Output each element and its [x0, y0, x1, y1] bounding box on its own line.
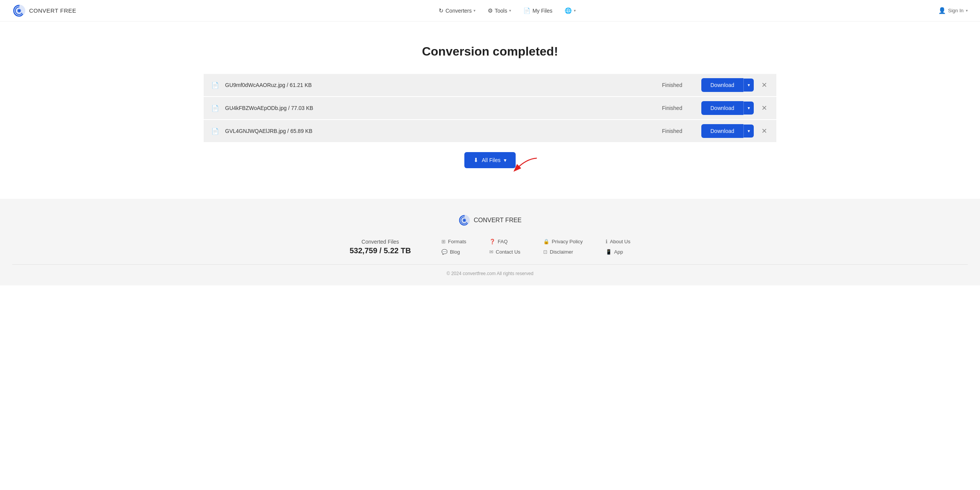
all-files-button[interactable]: ⬇ All Files ▾: [464, 152, 515, 168]
footer-link-contact-label: Contact Us: [496, 249, 520, 255]
nav-my-files[interactable]: 📄 My Files: [523, 7, 552, 14]
main-content: Conversion completed! 📄 GU9mf0dWcAAORuz.…: [191, 21, 789, 199]
footer-link-about-label: About Us: [610, 239, 630, 244]
red-arrow-icon: [513, 155, 540, 174]
download-button[interactable]: Download: [701, 101, 743, 115]
file-name: GU9mf0dWcAAORuz.jpg / 61.21 KB: [225, 82, 643, 88]
close-button[interactable]: ✕: [760, 80, 769, 90]
app-icon: 📱: [606, 249, 612, 255]
download-button[interactable]: Download: [701, 78, 743, 92]
all-files-container: ⬇ All Files ▾: [204, 152, 776, 168]
copyright-text: © 2024 convertfree.com All rights reserv…: [447, 271, 534, 276]
footer-link-col-4: ℹ About Us 📱 App: [606, 239, 630, 255]
file-icon: 📄: [211, 82, 219, 89]
conversion-title: Conversion completed!: [204, 44, 776, 59]
footer-link-col-2: ❓ FAQ ✉ Contact Us: [489, 239, 520, 255]
svg-point-6: [464, 220, 465, 221]
chevron-down-icon: ▾: [474, 8, 475, 13]
file-actions: Download ▾ ✕: [701, 124, 769, 138]
footer-columns: Converted Files 532,759 / 5.22 TB ⊞ Form…: [12, 239, 968, 255]
all-files-label: All Files: [482, 157, 500, 163]
footer-link-formats-label: Formats: [448, 239, 466, 244]
footer-link-blog-label: Blog: [450, 249, 460, 255]
footer-logo: CONVERT FREE: [12, 214, 968, 226]
user-menu[interactable]: 👤 Sign In ▾: [938, 7, 968, 14]
file-status: Finished: [649, 105, 695, 111]
footer-stats: Converted Files 532,759 / 5.22 TB: [350, 239, 411, 255]
file-actions: Download ▾ ✕: [701, 101, 769, 115]
footer-link-about[interactable]: ℹ About Us: [606, 239, 630, 244]
table-row: 📄 GVL4GNJWQAElJRB.jpg / 65.89 KB Finishe…: [204, 120, 776, 143]
files-icon: 📄: [523, 7, 531, 14]
nav-tools-label: Tools: [495, 8, 507, 14]
footer-stats-value: 532,759 / 5.22 TB: [350, 246, 411, 255]
svg-point-2: [18, 10, 20, 11]
footer-link-app[interactable]: 📱 App: [606, 249, 630, 255]
file-name: GVL4GNJWQAElJRB.jpg / 65.89 KB: [225, 128, 643, 134]
formats-icon: ⊞: [441, 239, 446, 244]
footer-link-privacy[interactable]: 🔒 Privacy Policy: [543, 239, 583, 244]
close-button[interactable]: ✕: [760, 126, 769, 136]
user-label: Sign In: [948, 8, 964, 13]
footer-link-privacy-label: Privacy Policy: [552, 239, 583, 244]
download-chevron-button[interactable]: ▾: [743, 125, 754, 138]
file-list: 📄 GU9mf0dWcAAORuz.jpg / 61.21 KB Finishe…: [204, 74, 776, 143]
logo[interactable]: CONVERT FREE: [12, 4, 76, 18]
download-all-icon: ⬇: [474, 157, 479, 164]
footer: CONVERT FREE Converted Files 532,759 / 5…: [0, 199, 980, 285]
footer-link-formats[interactable]: ⊞ Formats: [441, 239, 466, 244]
footer-link-disclaimer[interactable]: ⊡ Disclaimer: [543, 249, 583, 255]
faq-icon: ❓: [489, 239, 495, 244]
footer-link-col-3: 🔒 Privacy Policy ⊡ Disclaimer: [543, 239, 583, 255]
chevron-down-icon: ▾: [509, 8, 511, 13]
file-name: GU4kFBZWoAEpODb.jpg / 77.03 KB: [225, 105, 643, 111]
footer-links: ⊞ Formats 💬 Blog ❓ FAQ ✉ Contact Us: [441, 239, 630, 255]
file-icon: 📄: [211, 128, 219, 135]
main-nav: ↻ Converters ▾ ⚙ Tools ▾ 📄 My Files 🌐 ▾: [439, 7, 576, 14]
header: CONVERT FREE ↻ Converters ▾ ⚙ Tools ▾ 📄 …: [0, 0, 980, 21]
footer-link-faq-label: FAQ: [498, 239, 508, 244]
chevron-down-icon: ▾: [574, 8, 576, 13]
download-chevron-button[interactable]: ▾: [743, 79, 754, 92]
converters-icon: ↻: [439, 7, 444, 14]
header-right: 👤 Sign In ▾: [938, 7, 968, 14]
footer-logo-text: CONVERT FREE: [474, 217, 521, 224]
blog-icon: 💬: [441, 249, 448, 255]
footer-link-app-label: App: [614, 249, 623, 255]
file-status: Finished: [649, 82, 695, 88]
footer-link-blog[interactable]: 💬 Blog: [441, 249, 466, 255]
nav-converters-label: Converters: [446, 8, 472, 14]
footer-link-disclaimer-label: Disclaimer: [550, 249, 573, 255]
footer-logo-icon: [458, 214, 470, 226]
about-icon: ℹ: [606, 239, 608, 244]
footer-link-contact[interactable]: ✉ Contact Us: [489, 249, 520, 255]
nav-converters[interactable]: ↻ Converters ▾: [439, 7, 475, 14]
footer-link-faq[interactable]: ❓ FAQ: [489, 239, 520, 244]
user-icon: 👤: [938, 7, 946, 14]
file-actions: Download ▾ ✕: [701, 78, 769, 92]
chevron-down-icon: ▾: [966, 8, 968, 13]
contact-icon: ✉: [489, 249, 493, 255]
footer-stats-label: Converted Files: [350, 239, 411, 245]
logo-text: CONVERT FREE: [29, 7, 76, 14]
arrow-annotation: [513, 155, 540, 174]
privacy-icon: 🔒: [543, 239, 549, 244]
nav-my-files-label: My Files: [532, 8, 552, 14]
download-chevron-button[interactable]: ▾: [743, 102, 754, 115]
download-button[interactable]: Download: [701, 124, 743, 138]
all-files-chevron: ▾: [504, 157, 506, 163]
globe-icon: 🌐: [565, 7, 572, 14]
close-button[interactable]: ✕: [760, 103, 769, 113]
file-status: Finished: [649, 128, 695, 134]
tools-icon: ⚙: [488, 7, 493, 14]
file-icon: 📄: [211, 105, 219, 112]
nav-language[interactable]: 🌐 ▾: [565, 7, 576, 14]
table-row: 📄 GU4kFBZWoAEpODb.jpg / 77.03 KB Finishe…: [204, 97, 776, 120]
footer-link-col-1: ⊞ Formats 💬 Blog: [441, 239, 466, 255]
nav-tools[interactable]: ⚙ Tools ▾: [488, 7, 511, 14]
footer-bottom: © 2024 convertfree.com All rights reserv…: [12, 264, 968, 276]
logo-icon: [12, 4, 26, 18]
table-row: 📄 GU9mf0dWcAAORuz.jpg / 61.21 KB Finishe…: [204, 74, 776, 97]
disclaimer-icon: ⊡: [543, 249, 547, 255]
